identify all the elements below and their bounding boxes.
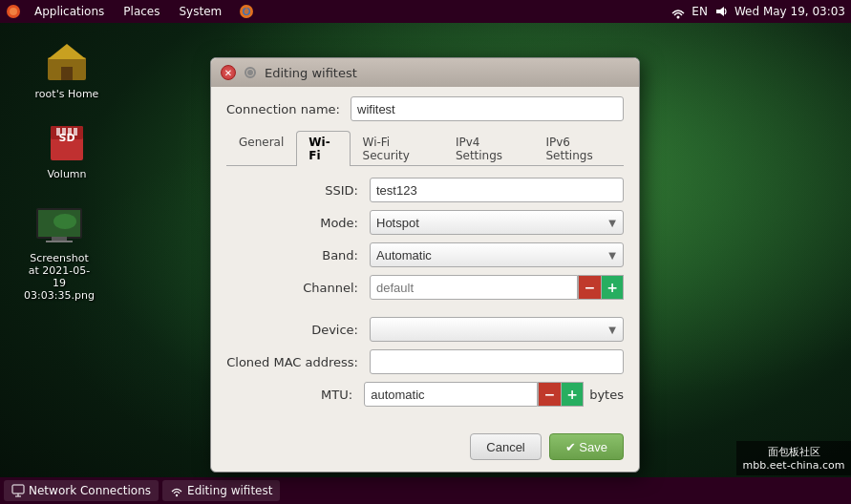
svg-rect-19	[52, 237, 67, 241]
spacer	[226, 307, 624, 317]
panel-right: EN Wed May 19, 03:03	[670, 4, 845, 19]
mtu-minus-button[interactable]: −	[538, 382, 561, 407]
channel-control: − +	[370, 275, 624, 300]
band-select[interactable]: Automatic 5 GHz 2.4 GHz	[370, 242, 624, 267]
svg-rect-20	[46, 241, 73, 242]
channel-minus-button[interactable]: −	[578, 275, 601, 300]
dialog-settings-icon	[244, 66, 257, 79]
home-icon-label: root's Home	[35, 88, 99, 100]
home-icon	[46, 40, 88, 82]
system-menu[interactable]: System	[173, 3, 227, 20]
desktop-icon-screenshot[interactable]: Screenshot at 2021-05-19 03:03:35.png	[21, 199, 97, 305]
dialog-footer: Cancel ✔ Save	[211, 426, 639, 472]
svg-rect-14	[68, 128, 72, 136]
svg-rect-13	[62, 128, 66, 136]
dialog-title-left: ✕ Editing wifitest	[221, 65, 357, 80]
mode-select-wrapper: Hotspot Infrastructure Ad-hoc	[370, 210, 624, 235]
firefox-icon[interactable]	[239, 4, 254, 19]
sd-icon-label: Volumn	[47, 168, 86, 180]
channel-plus-button[interactable]: +	[601, 275, 624, 300]
places-menu[interactable]: Places	[117, 3, 165, 20]
taskbar-network-connections[interactable]: Network Connections	[4, 480, 159, 501]
cancel-button[interactable]: Cancel	[470, 433, 541, 460]
channel-row: Channel: − +	[226, 275, 624, 300]
watermark-line2: mbb.eet-china.com	[742, 459, 845, 472]
connection-name-input[interactable]	[351, 96, 624, 121]
panel-left: Applications Places System	[6, 3, 254, 20]
ssid-input[interactable]	[370, 178, 624, 202]
svg-rect-8	[61, 67, 73, 80]
channel-stepper: − +	[370, 275, 624, 300]
svg-marker-5	[716, 7, 724, 16]
mtu-control: − + bytes	[364, 382, 624, 407]
device-select-wrapper	[370, 317, 624, 342]
device-select[interactable]	[370, 317, 624, 342]
dialog-titlebar: ✕ Editing wifitest	[211, 58, 639, 87]
ssid-row: SSID:	[226, 178, 624, 202]
mtu-plus-button[interactable]: +	[561, 382, 584, 407]
ssid-control	[370, 178, 624, 202]
desktop-icon-home[interactable]: root's Home	[29, 34, 105, 104]
channel-input[interactable]	[370, 275, 578, 300]
volume-icon	[713, 4, 729, 19]
dialog-close-button[interactable]: ✕	[221, 65, 236, 80]
mode-select[interactable]: Hotspot Infrastructure Ad-hoc	[370, 210, 624, 235]
dialog-title: Editing wifitest	[265, 66, 357, 80]
svg-point-1	[10, 8, 17, 15]
desktop-icon-sd[interactable]: SD Volumn	[29, 115, 105, 184]
taskbar-editing-label: Editing wifitest	[187, 484, 272, 497]
device-control	[370, 317, 624, 342]
ssid-label: SSID:	[226, 183, 370, 198]
tab-ipv6[interactable]: IPv6 Settings	[533, 131, 624, 166]
applications-menu[interactable]: Applications	[29, 3, 110, 20]
mtu-label: MTU:	[226, 388, 364, 402]
svg-point-26	[176, 494, 178, 496]
band-row: Band: Automatic 5 GHz 2.4 GHz	[226, 242, 624, 267]
sd-icon: SD	[49, 120, 85, 162]
screenshot-icon	[36, 208, 82, 242]
mtu-input[interactable]	[364, 382, 538, 407]
save-button[interactable]: ✔ Save	[549, 433, 624, 460]
taskbar-network-label: Network Connections	[29, 484, 151, 497]
band-control: Automatic 5 GHz 2.4 GHz	[370, 242, 624, 267]
svg-point-4	[677, 16, 680, 19]
cloned-mac-control	[370, 349, 624, 374]
desktop: Applications Places System EN W	[0, 0, 851, 504]
mtu-row: MTU: − + bytes	[226, 382, 624, 407]
band-label: Band:	[226, 248, 370, 262]
top-panel: Applications Places System EN W	[0, 0, 851, 23]
svg-marker-7	[48, 44, 86, 59]
svg-rect-12	[56, 128, 60, 136]
taskbar: Network Connections Editing wifitest	[0, 477, 851, 504]
watermark-line1: 面包板社区	[742, 445, 845, 459]
tab-wifi-security[interactable]: Wi-Fi Security	[351, 131, 443, 166]
device-label: Device:	[226, 323, 370, 337]
tab-general[interactable]: General	[226, 131, 296, 166]
channel-label: Channel:	[226, 281, 370, 295]
datetime: Wed May 19, 03:03	[734, 5, 845, 18]
cloned-mac-row: Cloned MAC address:	[226, 349, 624, 374]
mode-control: Hotspot Infrastructure Ad-hoc	[370, 210, 624, 235]
watermark: 面包板社区 mbb.eet-china.com	[736, 441, 851, 475]
taskbar-editing-wifitest[interactable]: Editing wifitest	[162, 480, 280, 501]
cloned-mac-label: Cloned MAC address:	[226, 355, 370, 369]
tab-wifi[interactable]: Wi-Fi	[296, 131, 350, 166]
wifi-settings-icon	[170, 484, 183, 497]
screenshot-icon-label: Screenshot at 2021-05-19 03:03:35.png	[24, 252, 95, 302]
svg-rect-23	[12, 485, 24, 494]
dialog-body: Connection name: General Wi-Fi Wi-Fi Sec…	[211, 87, 639, 426]
mode-row: Mode: Hotspot Infrastructure Ad-hoc	[226, 210, 624, 235]
svg-point-18	[53, 214, 76, 229]
svg-text:SD: SD	[58, 132, 74, 144]
tab-ipv4[interactable]: IPv4 Settings	[443, 131, 534, 166]
cloned-mac-input[interactable]	[370, 349, 624, 374]
network-connections-icon	[11, 484, 25, 497]
svg-point-21	[247, 70, 253, 75]
connection-name-row: Connection name:	[226, 96, 624, 121]
mtu-stepper: − + bytes	[364, 382, 624, 407]
network-status-icon	[670, 4, 686, 19]
network-label: EN	[691, 5, 708, 18]
tabs: General Wi-Fi Wi-Fi Security IPv4 Settin…	[226, 131, 624, 166]
editing-dialog: ✕ Editing wifitest Connection name: Gene…	[210, 57, 640, 472]
device-row: Device:	[226, 317, 624, 342]
